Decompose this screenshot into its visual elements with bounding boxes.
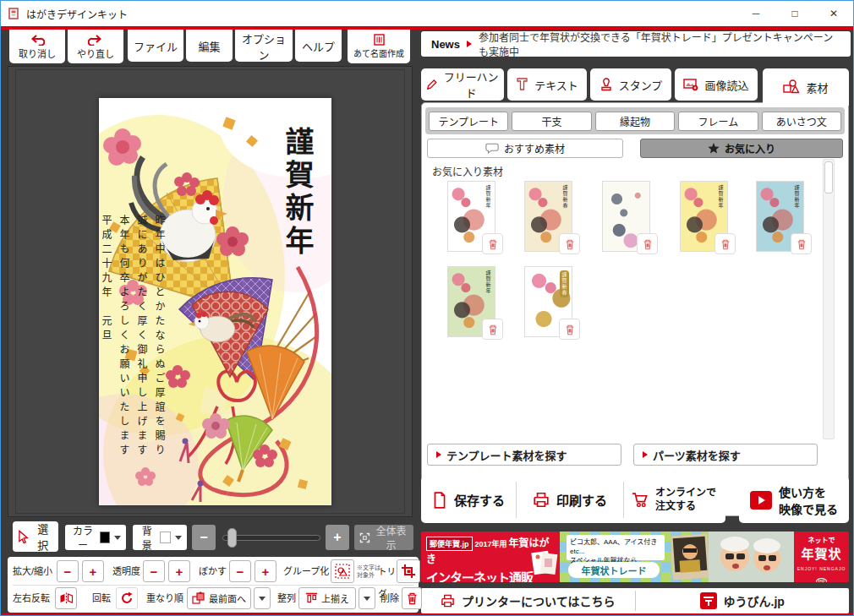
maximize-button[interactable]: □ [775, 1, 814, 26]
delete-favorite-button[interactable] [559, 233, 580, 254]
favorite-thumbnail-6[interactable]: 謹賀新年 [447, 266, 495, 337]
app-icon [8, 8, 20, 19]
template-search-button[interactable]: テンプレート素材を探す [427, 444, 621, 466]
group-button[interactable] [331, 559, 354, 583]
delete-favorite-button[interactable] [791, 233, 812, 254]
undo-icon [30, 34, 45, 46]
delete-favorite-button[interactable] [637, 233, 658, 254]
select-tool-button[interactable]: 選択 [13, 521, 58, 552]
tab-text[interactable]: テキスト [507, 68, 587, 101]
favorite-thumbnail-2[interactable]: 謹賀新春 [524, 181, 572, 252]
tab-freehand[interactable]: フリーハンド [421, 68, 504, 101]
redo-button[interactable]: やり直し [68, 30, 123, 63]
play-icon [750, 491, 772, 510]
howto-video-button[interactable]: 使い方を 映像で見る [739, 477, 849, 523]
tab-image-import[interactable]: 画像読込 [675, 68, 758, 101]
align-top-button[interactable]: 上揃え [298, 587, 356, 609]
category-eto[interactable]: 干支 [512, 112, 591, 131]
shapes-icon [783, 79, 800, 95]
menu-options[interactable]: オプション [235, 30, 293, 62]
redo-icon [88, 34, 103, 46]
delete-favorite-button[interactable] [482, 319, 503, 340]
recommended-materials-toggle[interactable]: おすすめ素材 [427, 139, 623, 158]
order-online-button[interactable]: オンラインで 注文する [624, 477, 724, 523]
address-side-button[interactable]: あて名面作成 [348, 30, 410, 63]
printer-info-button[interactable]: プリンターについてはこちら [421, 588, 635, 613]
menu-edit[interactable]: 編集 [186, 30, 233, 62]
opacity-minus-button[interactable]: − [143, 560, 165, 582]
zoom-out-button[interactable]: − [192, 525, 216, 550]
blur-plus-button[interactable]: + [255, 560, 276, 582]
chevron-down-icon [364, 597, 370, 601]
favorites-toggle[interactable]: お気に入り [640, 139, 843, 158]
favorite-thumbnail-7[interactable]: 謹賀新春 [524, 266, 572, 337]
category-engimono[interactable]: 縁起物 [595, 112, 675, 131]
blur-label: ぼかす [199, 560, 227, 582]
minimize-button[interactable]: ─ [736, 1, 775, 26]
delete-favorite-button[interactable] [714, 233, 736, 254]
yubin-jp-button[interactable]: ゆうびん.jp [636, 588, 850, 613]
parts-search-button[interactable]: パーツ素材を探す [633, 444, 818, 466]
category-template[interactable]: テンプレート [429, 112, 508, 131]
favorite-thumbnail-5[interactable]: 謹賀新年 [756, 181, 804, 252]
scale-minus-button[interactable]: − [57, 560, 79, 582]
opacity-label: 透明度 [112, 560, 140, 582]
scrollbar-thumb[interactable] [824, 161, 833, 194]
design-canvas[interactable]: 謹賀新年 昨年中はひとかたならぬご厚誼を賜り 誠にありがたく厚く御礼申し上げます… [8, 66, 413, 517]
zoom-slider-track[interactable] [222, 535, 320, 541]
greeting-line: 誠にありがたく厚く御礼申し上げます [134, 215, 149, 506]
zoom-slider-handle[interactable] [227, 528, 237, 548]
news-label: News [431, 38, 460, 51]
favorite-thumbnail-1[interactable]: 謹賀新年 [447, 181, 495, 252]
speech-bubble-icon [485, 143, 499, 154]
ad-banner[interactable]: 郵便年賀.jp2017年用年賀はがき インターネット通販 受付中! ピコ太郎、A… [421, 532, 849, 582]
tab-materials[interactable]: 素材 [763, 68, 849, 106]
category-frame[interactable]: フレーム [678, 112, 758, 131]
blur-minus-button[interactable]: − [229, 560, 251, 582]
favorite-thumbnail-4[interactable]: 謹賀新年 [680, 181, 728, 252]
background-dropdown[interactable]: 背景 [133, 525, 187, 550]
scrollbar-track[interactable] [823, 159, 835, 439]
trash-icon [642, 238, 654, 250]
category-greeting[interactable]: あいさつ文 [762, 112, 841, 131]
rotate-button[interactable] [116, 587, 138, 609]
cart-icon [632, 492, 649, 508]
menu-file[interactable]: ファイル [128, 30, 183, 62]
trash-icon [796, 238, 807, 250]
print-button[interactable]: 印刷する [517, 477, 623, 523]
trash-icon [564, 238, 576, 250]
delete-button[interactable] [402, 587, 422, 609]
trash-icon [487, 238, 499, 250]
color-dropdown[interactable]: カラー [65, 525, 126, 550]
zoom-in-button[interactable]: + [326, 525, 349, 550]
delete-favorite-button[interactable] [559, 319, 580, 340]
save-button[interactable]: 保存する [421, 477, 516, 523]
banner-left-block: 郵便年賀.jp2017年用年賀はがき インターネット通販 受付中! [421, 532, 560, 582]
color-swatch [100, 532, 110, 543]
trim-button[interactable] [397, 559, 420, 583]
align-dropdown[interactable] [359, 587, 375, 609]
tab-stamp[interactable]: スタンプ [590, 68, 671, 101]
layers-icon [192, 591, 205, 605]
opacity-plus-button[interactable]: + [168, 560, 190, 582]
flip-label: 左右反転 [13, 587, 50, 609]
postcard-design[interactable]: 謹賀新年 昨年中はひとかたならぬご厚誼を賜り 誠にありがたく厚く御礼申し上げます… [99, 98, 331, 505]
fit-view-button[interactable]: 全体表示 [354, 525, 413, 550]
menu-help[interactable]: ヘルプ [295, 30, 342, 62]
greeting-date: 平成二十九年 元旦 [99, 215, 113, 506]
printer-icon [441, 594, 455, 608]
favorite-thumbnail-3[interactable] [602, 181, 650, 252]
delete-favorite-button[interactable] [482, 233, 503, 254]
undo-button[interactable]: 取り消し [9, 30, 65, 63]
group-label: グループ化 [283, 560, 329, 582]
scale-plus-button[interactable]: + [82, 560, 104, 582]
category-tab-strip: テンプレート 干支 縁起物 フレーム あいさつ文 [425, 107, 845, 134]
materials-panel: テンプレート 干支 縁起物 フレーム あいさつ文 おすすめ素材 お気に入り お気… [421, 102, 849, 516]
bring-to-front-button[interactable]: 最前面へ [187, 587, 251, 609]
close-button[interactable]: ✕ [814, 1, 853, 26]
flip-horizontal-button[interactable] [55, 587, 77, 609]
banner-photos [671, 532, 794, 582]
postal-mark-icon [700, 592, 717, 609]
trash-icon [487, 324, 499, 335]
stack-order-dropdown[interactable] [254, 587, 271, 609]
